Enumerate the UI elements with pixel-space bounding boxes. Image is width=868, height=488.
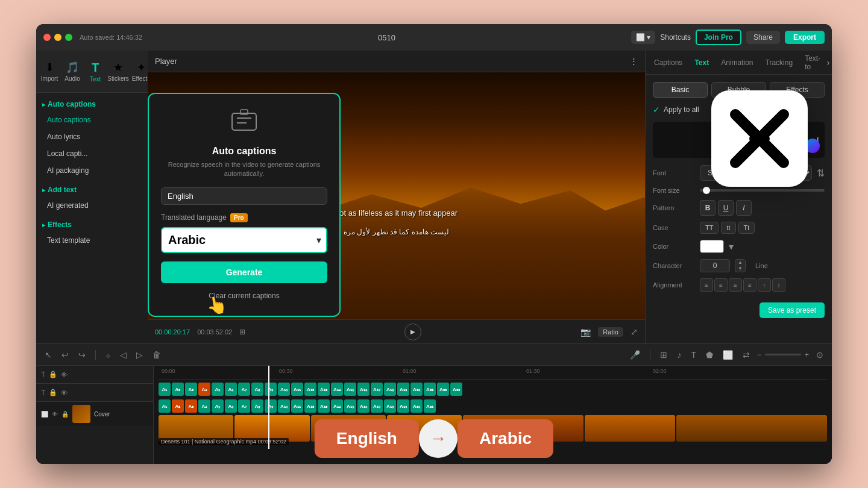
sidebar-item-auto-captions[interactable]: Auto captions: [41, 112, 143, 128]
tab-text[interactable]: Text: [688, 56, 715, 69]
undo-icon[interactable]: ↩: [59, 349, 71, 361]
generate-button[interactable]: Generate: [161, 261, 327, 283]
case-lowercase-button[interactable]: tt: [721, 222, 735, 234]
translated-language-input[interactable]: [161, 227, 327, 253]
tab-text-to[interactable]: Text-to: [799, 52, 826, 74]
bold-button[interactable]: B: [700, 200, 715, 216]
tool-text[interactable]: T Text: [84, 58, 106, 85]
font-size-slider[interactable]: [700, 189, 825, 192]
trim-right-icon[interactable]: ▷: [134, 349, 145, 361]
section-add-text[interactable]: ▸ Add text: [41, 183, 143, 196]
cursor-tool-icon[interactable]: ↖: [42, 349, 54, 361]
tab-tracking[interactable]: Tracking: [760, 56, 799, 69]
underline-button[interactable]: U: [718, 200, 734, 216]
case-titlecase-button[interactable]: Tt: [738, 222, 755, 234]
chip: A₁: [159, 383, 171, 396]
timecode-ruler: 00:00 00:30 01:00 01:30 02:00: [159, 368, 827, 380]
sidebar-item-ai-packaging[interactable]: AI packaging: [41, 163, 143, 178]
share-button[interactable]: Share: [746, 31, 780, 44]
color-arrow-icon[interactable]: ▾: [729, 241, 734, 252]
align-middle-button[interactable]: ↕: [772, 278, 785, 292]
lock-icon[interactable]: 🔒: [49, 371, 57, 378]
tool-stickers[interactable]: ★ Stickers: [107, 58, 129, 84]
chip: A₁: [159, 399, 171, 413]
style-basic-button[interactable]: Basic: [653, 82, 708, 98]
cover-track: ⬜ 👁 🔒 Cover: [36, 402, 153, 426]
slider-thumb: [703, 187, 710, 194]
sidebar-item-local-captions[interactable]: Local capti...: [41, 146, 143, 161]
chip: A₂₂: [437, 383, 449, 396]
case-uppercase-button[interactable]: TT: [700, 222, 719, 234]
alignment-label: Alignment: [653, 281, 695, 289]
tab-captions[interactable]: Captions: [648, 56, 688, 69]
clear-captions-button[interactable]: Clear current captions: [161, 288, 327, 304]
color-swatch[interactable]: [700, 240, 724, 253]
sidebar-item-ai-generated[interactable]: AI generated: [41, 198, 143, 213]
section-auto-captions[interactable]: ▸ Auto captions: [41, 98, 143, 111]
fullscreen-icon[interactable]: ⤢: [631, 327, 638, 337]
join-pro-button[interactable]: Join Pro: [696, 30, 741, 45]
minimize-button[interactable]: [54, 34, 61, 41]
stepper-down-icon[interactable]: ▼: [735, 266, 745, 272]
align-right-button[interactable]: ≡: [729, 278, 742, 292]
add-media-icon[interactable]: ⊞: [658, 349, 670, 361]
zoom-in-icon[interactable]: +: [805, 351, 809, 359]
cover-eye-icon[interactable]: 👁: [52, 411, 58, 418]
italic-button[interactable]: I: [736, 200, 752, 216]
close-button[interactable]: [43, 34, 51, 41]
chip: A₁₅: [344, 399, 356, 413]
case-buttons: TT tt Tt: [700, 222, 755, 234]
add-sticker-icon[interactable]: ⬟: [703, 349, 715, 361]
add-text-icon[interactable]: T: [688, 349, 699, 361]
lock-icon-2[interactable]: 🔒: [49, 389, 57, 396]
tool-import[interactable]: ⬇ Import: [39, 58, 60, 84]
ratio-button[interactable]: Ratio: [598, 327, 623, 337]
panel-desc: Recognize speech in the video to generat…: [161, 160, 327, 179]
add-transition-icon[interactable]: ⇄: [740, 349, 752, 361]
add-overlay-icon[interactable]: ⬜: [720, 349, 735, 361]
zoom-slider[interactable]: [765, 354, 801, 355]
trim-left-icon[interactable]: ◁: [118, 349, 129, 361]
align-left-button[interactable]: ≡: [700, 278, 713, 292]
stepper-up-icon[interactable]: ▲: [735, 260, 745, 266]
add-audio-icon[interactable]: ♪: [675, 349, 684, 361]
fit-icon[interactable]: ⊙: [814, 349, 826, 361]
subtitle-english: not as lifeless as it may first appear: [335, 208, 458, 217]
right-panel-more-icon[interactable]: ›: [826, 57, 829, 68]
eye-icon[interactable]: 👁: [61, 371, 68, 378]
case-row: Case TT tt Tt: [653, 222, 825, 234]
sidebar-item-auto-lyrics[interactable]: Auto lyrics: [41, 129, 143, 145]
title-bar: Auto saved: 14:46:32 0510 ⬜ ▾ Shortcuts …: [36, 24, 832, 51]
format-buttons: B U I: [700, 200, 752, 216]
mic-icon[interactable]: 🎤: [627, 349, 643, 361]
align-top-button[interactable]: ↑: [758, 278, 771, 292]
align-center-button[interactable]: ≡: [714, 278, 728, 292]
eye-icon-2[interactable]: 👁: [61, 389, 68, 396]
save-preset-button[interactable]: Save as preset: [760, 302, 825, 318]
playhead[interactable]: [268, 366, 269, 449]
tool-audio[interactable]: 🎵 Audio: [61, 58, 83, 84]
export-button[interactable]: Export: [785, 31, 825, 44]
player-menu-icon[interactable]: ⋮: [630, 57, 638, 66]
monitor-button[interactable]: ⬜ ▾: [631, 31, 655, 44]
maximize-button[interactable]: [65, 34, 72, 41]
video-clip-7: [676, 415, 827, 442]
cover-lock-icon[interactable]: ⬜: [41, 411, 48, 418]
character-input[interactable]: [700, 259, 730, 272]
align-justify-button[interactable]: ≡: [743, 278, 756, 292]
cover-audio-icon[interactable]: 🔒: [61, 411, 69, 418]
language-select[interactable]: English Spanish Chinese: [161, 187, 327, 205]
split-icon[interactable]: ⬦: [103, 349, 113, 361]
camera-icon[interactable]: 📷: [580, 327, 591, 337]
color-row: Color ▾: [653, 240, 825, 253]
play-button[interactable]: ▶: [404, 324, 421, 340]
redo-icon[interactable]: ↪: [76, 349, 88, 361]
zoom-out-icon[interactable]: −: [757, 351, 761, 359]
character-stepper[interactable]: ▲ ▼: [735, 259, 746, 272]
sidebar-item-text-template[interactable]: Text template: [41, 233, 143, 248]
tab-animation[interactable]: Animation: [715, 56, 759, 69]
shortcuts-button[interactable]: Shortcuts: [660, 33, 691, 42]
delete-icon[interactable]: 🗑: [150, 349, 163, 361]
section-effects[interactable]: ▸ Effects: [41, 218, 143, 231]
translation-arrow-icon: →: [419, 419, 458, 458]
